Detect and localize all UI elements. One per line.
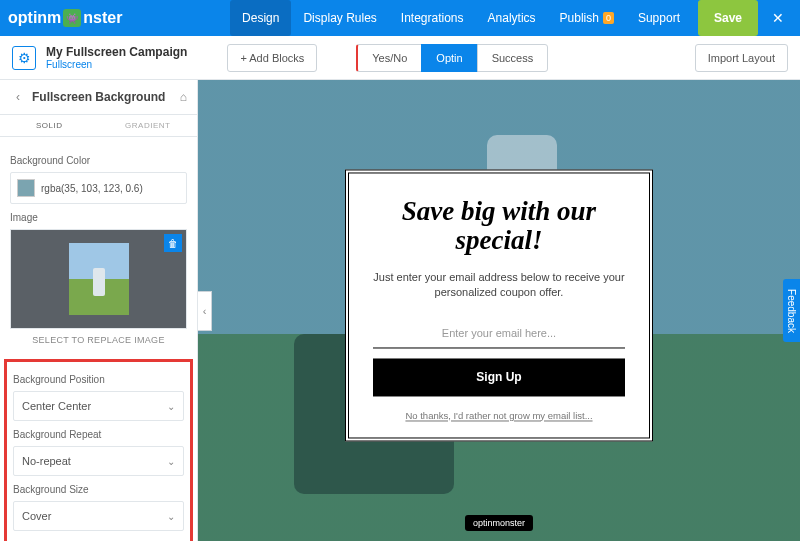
brand-monster-icon: 👾: [63, 9, 81, 27]
image-label: Image: [10, 212, 187, 223]
feedback-tab[interactable]: Feedback: [783, 279, 800, 343]
save-button[interactable]: Save: [698, 0, 758, 36]
brand-text-post: nster: [83, 9, 122, 27]
add-blocks-button[interactable]: + Add Blocks: [227, 44, 317, 72]
main-area: ‹ Fullscreen Background ⌂ SOLID GRADIENT…: [0, 80, 800, 541]
bg-size-value: Cover: [22, 510, 51, 522]
canvas[interactable]: ‹ Save big with our special! Just enter …: [198, 80, 800, 541]
image-caption[interactable]: SELECT TO REPLACE IMAGE: [10, 329, 187, 355]
bg-repeat-value: No-repeat: [22, 455, 71, 467]
image-preview[interactable]: 🗑: [10, 229, 187, 329]
nav-publish[interactable]: Publish 0: [548, 0, 626, 36]
trash-icon: 🗑: [168, 238, 178, 249]
sidebar: ‹ Fullscreen Background ⌂ SOLID GRADIENT…: [0, 80, 198, 541]
bg-repeat-select[interactable]: No-repeat ⌄: [13, 446, 184, 476]
tab-solid[interactable]: SOLID: [0, 115, 99, 136]
bg-color-label: Background Color: [10, 155, 187, 166]
signup-button[interactable]: Sign Up: [373, 358, 625, 396]
bg-size-select[interactable]: Cover ⌄: [13, 501, 184, 531]
color-swatch: [17, 179, 35, 197]
popup-headline[interactable]: Save big with our special!: [373, 197, 625, 256]
nav-integrations[interactable]: Integrations: [389, 0, 476, 36]
sidebar-back-button[interactable]: ‹: [10, 90, 26, 104]
popup-subtext[interactable]: Just enter your email address below to r…: [373, 270, 625, 301]
delete-image-button[interactable]: 🗑: [164, 234, 182, 252]
brand-logo: optinm 👾 nster: [8, 9, 122, 27]
campaign-title: My Fullscreen Campaign: [46, 45, 187, 59]
campaign-type[interactable]: Fullscreen: [46, 59, 187, 70]
step-success[interactable]: Success: [477, 44, 549, 72]
highlighted-section: Background Position Center Center ⌄ Back…: [4, 359, 193, 541]
step-optin[interactable]: Optin: [421, 44, 477, 72]
gear-icon: ⚙: [18, 50, 31, 66]
home-icon: ⌂: [180, 90, 187, 104]
bg-position-label: Background Position: [13, 374, 184, 385]
import-layout-button[interactable]: Import Layout: [695, 44, 788, 72]
campaign-info: My Fullscreen Campaign Fullscreen: [46, 45, 187, 70]
top-nav: optinm 👾 nster Design Display Rules Inte…: [0, 0, 800, 36]
sidebar-body: Background Color rgba(35, 103, 123, 0.6)…: [0, 137, 197, 541]
bg-repeat-label: Background Repeat: [13, 429, 184, 440]
publish-badge: 0: [603, 12, 614, 24]
step-tabs: Yes/No Optin Success: [357, 44, 548, 72]
chevron-down-icon: ⌄: [167, 456, 175, 467]
no-thanks-link[interactable]: No thanks, I'd rather not grow my email …: [373, 410, 625, 421]
sidebar-title: Fullscreen Background: [32, 90, 180, 104]
chevron-down-icon: ⌄: [167, 401, 175, 412]
email-input[interactable]: Enter your email here...: [373, 317, 625, 348]
campaign-settings-button[interactable]: ⚙: [12, 46, 36, 70]
close-button[interactable]: ✕: [764, 10, 792, 26]
bg-position-value: Center Center: [22, 400, 91, 412]
optin-popup[interactable]: Save big with our special! Just enter yo…: [345, 169, 653, 441]
sidebar-collapse-handle[interactable]: ‹: [198, 291, 212, 331]
optinmonster-badge[interactable]: optinmonster: [465, 515, 533, 531]
chevron-down-icon: ⌄: [167, 511, 175, 522]
image-thumbnail: [69, 243, 129, 315]
nav-analytics[interactable]: Analytics: [476, 0, 548, 36]
nav-design[interactable]: Design: [230, 0, 291, 36]
nav-publish-label: Publish: [560, 11, 599, 25]
sidebar-home-button[interactable]: ⌂: [180, 90, 187, 104]
golfer-icon: [93, 268, 105, 296]
bg-color-value: rgba(35, 103, 123, 0.6): [41, 183, 143, 194]
bg-position-select[interactable]: Center Center ⌄: [13, 391, 184, 421]
bg-size-label: Background Size: [13, 484, 184, 495]
chevron-left-icon: ‹: [16, 90, 20, 104]
sidebar-tabs: SOLID GRADIENT: [0, 115, 197, 137]
feedback-label: Feedback: [786, 289, 797, 333]
sidebar-header: ‹ Fullscreen Background ⌂: [0, 80, 197, 115]
bg-color-field[interactable]: rgba(35, 103, 123, 0.6): [10, 172, 187, 204]
step-yesno[interactable]: Yes/No: [356, 44, 422, 72]
tab-gradient[interactable]: GRADIENT: [99, 115, 198, 136]
nav-display-rules[interactable]: Display Rules: [291, 0, 388, 36]
chevron-left-icon: ‹: [203, 305, 207, 317]
sub-bar: ⚙ My Fullscreen Campaign Fullscreen + Ad…: [0, 36, 800, 80]
nav-support[interactable]: Support: [626, 0, 692, 36]
brand-text-pre: optinm: [8, 9, 61, 27]
